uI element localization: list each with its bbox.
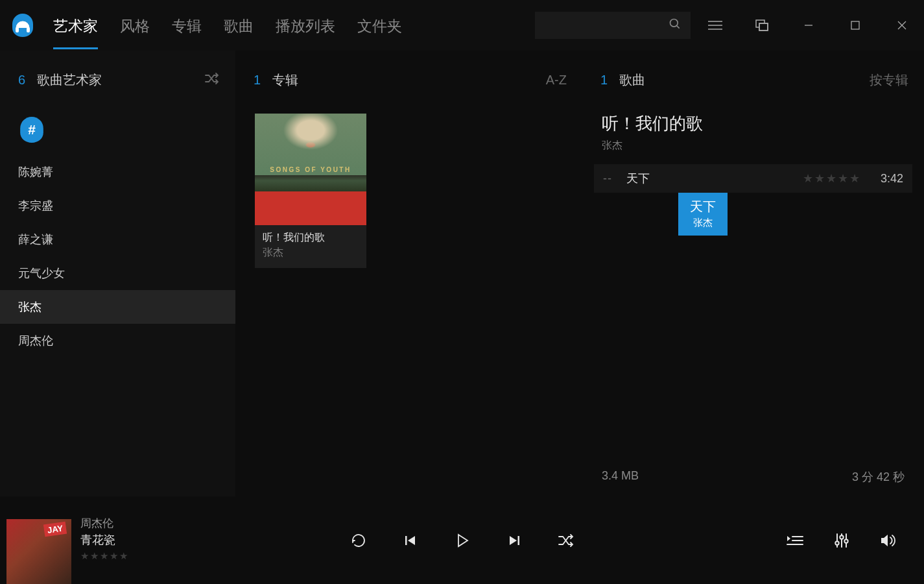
album-artist: 张杰 (263, 246, 359, 260)
songs-count: 1 (600, 73, 608, 88)
footer-duration: 3 分 42 秒 (852, 469, 905, 485)
minimize-button[interactable] (787, 6, 831, 45)
artist-item[interactable]: 李宗盛 (0, 189, 235, 223)
svg-point-24 (840, 535, 843, 539)
artist-item[interactable]: 元气少女 (0, 256, 235, 290)
artists-count: 6 (18, 73, 25, 88)
repeat-button[interactable] (350, 532, 367, 549)
albums-panel: 1 专辑 A-Z SONGS OF YOUTH 听！我们的歌 张杰 (235, 51, 582, 496)
track-rating[interactable]: ★★★★★ (803, 171, 861, 186)
tooltip-title: 天下 (690, 198, 716, 215)
album-title: 听！我们的歌 (263, 231, 359, 245)
track-tooltip: 天下 张杰 (678, 193, 728, 236)
maximize-button[interactable] (833, 6, 877, 45)
artist-item[interactable]: 薛之谦 (0, 223, 235, 256)
songs-sort[interactable]: 按专辑 (870, 71, 908, 89)
svg-point-2 (670, 19, 678, 27)
svg-rect-1 (27, 27, 30, 32)
player-bar: 周杰伦 青花瓷 ★★★★★ (0, 496, 924, 584)
overlay-icon[interactable] (740, 0, 784, 51)
artist-item[interactable]: 周杰伦 (0, 324, 235, 358)
volume-button[interactable] (880, 532, 897, 549)
track-row[interactable]: -- 天下 ★★★★★ 3:42 (594, 164, 912, 193)
main-nav: 艺术家 风格 专辑 歌曲 播放列表 文件夹 (53, 2, 402, 49)
songs-panel: 1 歌曲 按专辑 听！我们的歌 张杰 -- 天下 ★★★★★ 3:42 天下 张… (582, 51, 924, 496)
artists-header: 6 歌曲艺术家 (0, 62, 235, 98)
next-button[interactable] (506, 532, 523, 549)
svg-rect-15 (405, 536, 407, 545)
header-bar: 艺术家 风格 专辑 歌曲 播放列表 文件夹 (0, 0, 924, 51)
search-input[interactable] (535, 12, 691, 39)
albums-header: 1 专辑 A-Z (235, 62, 582, 98)
footer-size: 3.4 MB (602, 469, 639, 485)
artist-item[interactable]: 陈婉菁 (0, 155, 235, 189)
now-playing-title: 青花瓷 (80, 532, 129, 548)
artists-title: 歌曲艺术家 (37, 71, 102, 89)
play-button[interactable] (454, 532, 471, 549)
track-name: 天下 (626, 171, 803, 186)
songs-title: 歌曲 (619, 71, 645, 89)
songs-album-artist: 张杰 (602, 139, 905, 152)
nav-songs[interactable]: 歌曲 (224, 2, 254, 49)
nav-playlists[interactable]: 播放列表 (276, 2, 335, 49)
svg-rect-8 (759, 23, 768, 30)
svg-text:#: # (28, 122, 36, 137)
menu-icon[interactable] (693, 0, 737, 51)
app-logo-icon (9, 12, 36, 39)
queue-button[interactable] (787, 532, 803, 549)
svg-rect-11 (851, 21, 859, 29)
albums-count: 1 (254, 73, 261, 88)
album-cover-text: SONGS OF YOUTH (270, 166, 351, 173)
nav-albums[interactable]: 专辑 (172, 2, 202, 49)
albums-title: 专辑 (272, 71, 298, 89)
artist-item[interactable]: 张杰 (0, 290, 235, 324)
svg-rect-16 (517, 536, 519, 545)
close-button[interactable] (880, 6, 924, 45)
nav-artists[interactable]: 艺术家 (53, 2, 98, 49)
now-playing-rating[interactable]: ★★★★★ (80, 550, 129, 562)
svg-point-23 (835, 541, 838, 544)
nav-genres[interactable]: 风格 (120, 2, 150, 49)
previous-button[interactable] (402, 532, 419, 549)
songs-album-title: 听！我们的歌 (602, 112, 905, 135)
now-playing-info: 周杰伦 青花瓷 ★★★★★ (80, 504, 129, 562)
track-duration: 3:42 (881, 172, 903, 186)
tooltip-artist: 张杰 (690, 217, 716, 229)
shuffle-icon[interactable] (204, 72, 220, 88)
artists-panel: 6 歌曲艺术家 # 陈婉菁 李宗盛 薛之谦 元气少女 张杰 周杰伦 (0, 51, 235, 496)
player-right-controls (787, 532, 924, 549)
nav-folders[interactable]: 文件夹 (357, 2, 402, 49)
equalizer-button[interactable] (833, 532, 850, 549)
album-cover-art: SONGS OF YOUTH (255, 114, 366, 225)
search-icon (669, 18, 681, 33)
now-playing-artist: 周杰伦 (80, 516, 129, 531)
songs-album-heading: 听！我们的歌 张杰 (582, 98, 924, 158)
track-number: -- (603, 172, 626, 186)
album-card[interactable]: SONGS OF YOUTH 听！我们的歌 张杰 (255, 114, 366, 268)
alpha-index-badge[interactable]: # (18, 116, 45, 143)
now-playing-art[interactable] (6, 519, 71, 584)
transport-controls (350, 532, 575, 549)
songs-footer: 3.4 MB 3 分 42 秒 (582, 457, 924, 496)
svg-line-3 (677, 26, 680, 29)
artist-list: 陈婉菁 李宗盛 薛之谦 元气少女 张杰 周杰伦 (0, 155, 235, 358)
albums-sort[interactable]: A-Z (546, 73, 567, 88)
content-area: 6 歌曲艺术家 # 陈婉菁 李宗盛 薛之谦 元气少女 张杰 周杰伦 (0, 51, 924, 496)
songs-header: 1 歌曲 按专辑 (582, 62, 924, 98)
svg-point-25 (844, 539, 847, 542)
shuffle-button[interactable] (558, 532, 575, 549)
svg-rect-0 (16, 27, 19, 32)
